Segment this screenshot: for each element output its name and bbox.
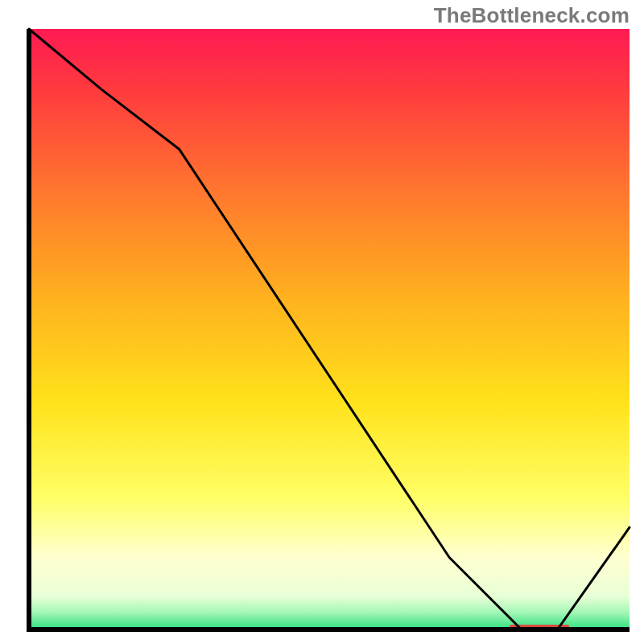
plot-background <box>29 29 630 630</box>
chart-container: TheBottleneck.com <box>0 0 644 644</box>
watermark-text: TheBottleneck.com <box>434 3 630 28</box>
bottleneck-chart <box>0 0 644 644</box>
